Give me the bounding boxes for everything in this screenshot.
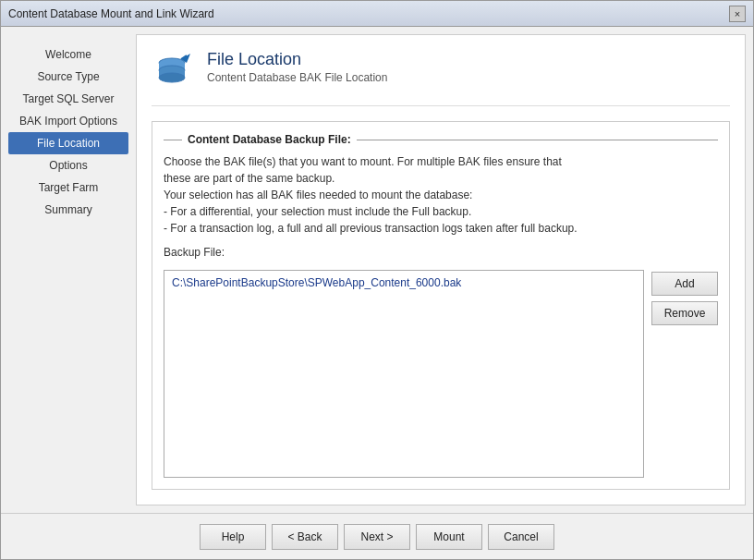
desc-line2: these are part of the same backup. — [164, 172, 334, 185]
section-title: Content Database Backup File: — [164, 133, 718, 146]
sidebar: Welcome Source Type Target SQL Server BA… — [8, 34, 128, 505]
page-header: File Location Content Database BAK File … — [152, 50, 730, 106]
content-area: Welcome Source Type Target SQL Server BA… — [1, 27, 753, 513]
file-list-box: C:\SharePointBackupStore\SPWebApp_Conten… — [164, 270, 644, 478]
page-title: File Location — [207, 50, 387, 69]
page-subtitle: Content Database BAK File Location — [207, 71, 387, 84]
sidebar-item-summary[interactable]: Summary — [8, 199, 128, 221]
backup-file-label: Backup File: — [164, 246, 718, 259]
sidebar-item-options[interactable]: Options — [8, 154, 128, 177]
next-button[interactable]: Next > — [344, 524, 410, 550]
section-box: Content Database Backup File: Choose the… — [152, 121, 730, 490]
sidebar-item-welcome[interactable]: Welcome — [8, 43, 128, 66]
desc-line4: - For a differential, your selection mus… — [164, 205, 471, 218]
sidebar-item-bak-import[interactable]: BAK Import Options — [8, 110, 128, 132]
back-button[interactable]: < Back — [272, 524, 338, 550]
remove-button[interactable]: Remove — [651, 301, 718, 325]
help-button[interactable]: Help — [200, 524, 266, 550]
main-window: Content Database Mount and Link Wizard ×… — [0, 0, 754, 560]
title-bar: Content Database Mount and Link Wizard × — [1, 1, 753, 27]
sidebar-item-file-location[interactable]: File Location — [8, 132, 128, 154]
sidebar-item-source-type[interactable]: Source Type — [8, 66, 128, 88]
cancel-button[interactable]: Cancel — [488, 524, 554, 550]
backup-section: Backup File: C:\SharePointBackupStore\SP… — [164, 246, 718, 478]
desc-line5: - For a transaction log, a full and all … — [164, 222, 578, 235]
file-list-area: C:\SharePointBackupStore\SPWebApp_Conten… — [164, 270, 718, 478]
file-list-item: C:\SharePointBackupStore\SPWebApp_Conten… — [168, 274, 639, 291]
page-icon — [152, 50, 196, 94]
close-button[interactable]: × — [729, 6, 746, 22]
add-button[interactable]: Add — [651, 272, 718, 296]
main-panel: File Location Content Database BAK File … — [136, 34, 746, 505]
footer: Help < Back Next > Mount Cancel — [1, 513, 753, 559]
desc-line1: Choose the BAK file(s) that you want to … — [164, 155, 562, 168]
description-text: Choose the BAK file(s) that you want to … — [164, 153, 718, 237]
mount-button[interactable]: Mount — [416, 524, 482, 550]
page-title-area: File Location Content Database BAK File … — [207, 50, 387, 84]
sidebar-item-target-farm[interactable]: Target Farm — [8, 177, 128, 199]
svg-point-4 — [159, 73, 185, 82]
window-title: Content Database Mount and Link Wizard — [8, 7, 214, 20]
desc-line3: Your selection has all BAK files needed … — [164, 189, 472, 201]
sidebar-item-target-sql[interactable]: Target SQL Server — [8, 88, 128, 110]
button-column: Add Remove — [651, 270, 718, 478]
